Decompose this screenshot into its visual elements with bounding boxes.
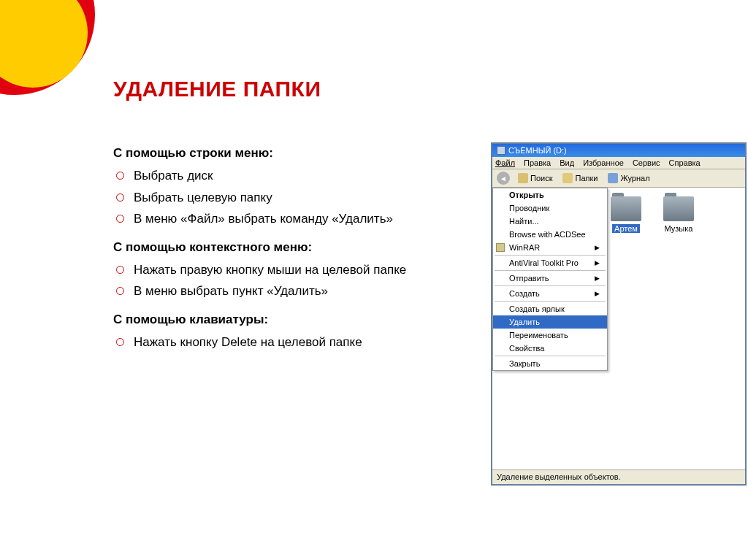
back-button[interactable]: ◄ <box>497 172 510 185</box>
decor-circle-yellow <box>0 0 88 88</box>
status-bar: Удаление выделенных объектов. <box>492 469 745 484</box>
menu-item-explorer[interactable]: Проводник <box>493 202 607 215</box>
folder-label: Артем <box>612 224 640 233</box>
menu-item-sendto[interactable]: Отправить▶ <box>493 272 607 285</box>
bullet-list: Нажать кнопку Delete на целевой папке <box>113 333 457 352</box>
menu-separator <box>495 356 606 356</box>
bullet-item: Выбрать целевую папку <box>129 188 457 207</box>
section-heading: С помощью строки меню: <box>113 146 457 161</box>
window-title-text: СЪЁМНЫЙ (D:) <box>508 146 567 155</box>
menu-item-winrar[interactable]: WinRAR▶ <box>493 241 607 254</box>
menu-separator <box>495 285 606 286</box>
menu-item-find[interactable]: Найти... <box>493 215 607 228</box>
folder-item-music[interactable]: Музыка <box>663 196 694 233</box>
menu-item-create-shortcut[interactable]: Создать ярлык <box>493 302 607 315</box>
folder-icon <box>611 196 641 221</box>
explorer-window: СЪЁМНЫЙ (D:) Файл Правка Вид Избранное С… <box>491 142 747 486</box>
menu-item-create[interactable]: Создать▶ <box>493 287 607 300</box>
bullet-item: Нажать правую кнопку мыши на целевой пап… <box>129 261 457 280</box>
menu-favorites[interactable]: Избранное <box>583 158 624 167</box>
menubar: Файл Правка Вид Избранное Сервис Справка <box>492 157 745 169</box>
submenu-arrow-icon: ▶ <box>595 259 600 266</box>
bullet-item: Нажать кнопку Delete на целевой папке <box>129 333 457 352</box>
menu-item-rename[interactable]: Переименовать <box>493 329 607 342</box>
submenu-arrow-icon: ▶ <box>595 275 600 282</box>
folder-label: Музыка <box>665 224 693 233</box>
search-icon <box>518 173 528 183</box>
journal-button[interactable]: Журнал <box>606 172 652 184</box>
bullet-item: В меню «Файл» выбрать команду «Удалить» <box>129 210 457 229</box>
bullet-item: В меню выбрать пункт «Удалить» <box>129 282 457 301</box>
menu-item-properties[interactable]: Свойства <box>493 342 607 355</box>
journal-icon <box>608 173 618 183</box>
menu-separator <box>495 255 606 256</box>
folder-icon <box>663 196 694 221</box>
folders-icon <box>562 173 573 183</box>
folder-item-artem[interactable]: Артем <box>611 196 641 233</box>
menu-item-open[interactable]: Открыть <box>493 188 607 202</box>
slide-content: С помощью строки меню: Выбрать диск Выбр… <box>113 146 457 354</box>
menu-item-delete[interactable]: Удалить <box>493 315 607 329</box>
toolbar: ◄ Поиск Папки Журнал <box>492 169 745 188</box>
section-heading: С помощью контекстного меню: <box>113 240 457 255</box>
folders-button[interactable]: Папки <box>560 172 600 184</box>
menu-view[interactable]: Вид <box>560 158 574 167</box>
drive-icon <box>497 146 505 155</box>
menu-item-antivirus[interactable]: AntiViral Toolkit Pro▶ <box>493 256 607 269</box>
section-heading: С помощью клавиатуры: <box>113 312 457 327</box>
menu-edit[interactable]: Правка <box>524 158 551 167</box>
bullet-list: Выбрать диск Выбрать целевую папку В мен… <box>113 166 457 229</box>
winrar-icon <box>496 243 505 252</box>
search-button[interactable]: Поиск <box>516 172 554 184</box>
bullet-list: Нажать правую кнопку мыши на целевой пап… <box>113 261 457 301</box>
menu-tools[interactable]: Сервис <box>633 158 660 167</box>
menu-separator <box>495 270 606 271</box>
menu-item-acdsee[interactable]: Browse with ACDSee <box>493 228 607 241</box>
folder-view: Артем Музыка <box>611 196 694 233</box>
file-dropdown-menu: Открыть Проводник Найти... Browse with A… <box>492 188 608 371</box>
menu-separator <box>495 301 606 302</box>
submenu-arrow-icon: ▶ <box>595 244 600 251</box>
submenu-arrow-icon: ▶ <box>595 290 600 297</box>
status-text: Удаление выделенных объектов. <box>497 472 621 481</box>
menu-file[interactable]: Файл <box>495 158 515 167</box>
menu-item-close[interactable]: Закрыть <box>493 357 607 370</box>
menu-help[interactable]: Справка <box>669 158 701 167</box>
window-titlebar: СЪЁМНЫЙ (D:) <box>492 144 745 157</box>
window-body: Открыть Проводник Найти... Browse with A… <box>492 188 745 465</box>
bullet-item: Выбрать диск <box>129 166 457 185</box>
slide-title: УДАЛЕНИЕ ПАПКИ <box>113 77 321 101</box>
